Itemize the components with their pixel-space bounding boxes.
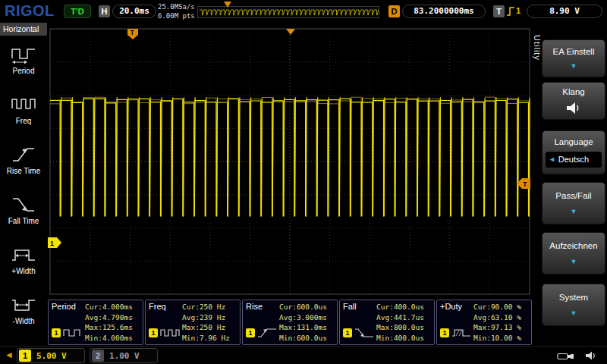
delay-position-marker-icon <box>286 29 295 35</box>
waveform-overview-strip <box>197 6 379 18</box>
delay-readout: 83.2000000ms <box>402 5 486 18</box>
rise-time-icon <box>10 144 37 165</box>
menu-item-freq[interactable]: Freq <box>0 88 47 136</box>
measurement-name: +Duty <box>440 302 462 311</box>
softkey-label: Klang <box>562 87 584 96</box>
menu-page-left-arrow-icon[interactable]: ◄ <box>5 350 14 360</box>
trigger-position-flag: T <box>127 29 138 39</box>
trigger-badge: T <box>493 5 505 17</box>
oscilloscope-screen: RIGOL T'D H 20.0ms 25.0MSa/s 6.00M pts D… <box>0 0 607 364</box>
language-selector[interactable]: ◄ Deutsch <box>546 152 602 168</box>
softkey-language[interactable]: Language ◄ Deutsch <box>542 130 605 174</box>
svg-text:T: T <box>131 29 135 36</box>
bottom-status-bar: ◄ 1 5.00 V 2 1.00 V <box>0 346 607 364</box>
measurement-min: Min:600.0us <box>279 333 335 344</box>
plus-duty-icon <box>451 327 471 339</box>
freq-icon <box>160 327 180 339</box>
measurement-max: Max:800.0us <box>376 322 432 333</box>
chevron-down-icon: ▼ <box>571 209 577 215</box>
channel-badge: 1 <box>440 328 449 337</box>
channel-1-status[interactable]: 1 5.00 V <box>17 348 85 363</box>
rigol-logo: RIGOL <box>5 2 55 20</box>
softkey-label: System <box>559 293 588 302</box>
acquisition-info: 25.0MSa/s 6.00M pts <box>158 2 195 20</box>
menu-item-label: -Width <box>0 317 47 325</box>
trigger-status-badge: T'D <box>64 5 91 18</box>
measurement-max: Max:125.6ms <box>85 322 141 333</box>
measurement-values: Cur:400.0us Avg:441.7us Max:800.0us Min:… <box>376 302 432 343</box>
plus-width-icon <box>10 244 37 265</box>
language-value: Deutsch <box>558 155 589 164</box>
measurement-period: Period 1 Cur:4.000ms Avg:4.790ms Max:125… <box>48 300 143 345</box>
softkey-klang[interactable]: Klang <box>542 82 605 120</box>
speaker-icon <box>585 350 598 361</box>
softkey-label: Language <box>554 137 593 146</box>
period-icon <box>10 44 37 65</box>
measurement-max: Max:250 Hz <box>182 322 238 333</box>
measurement-avg: Avg:3.000ms <box>279 312 335 323</box>
measurement-min: Min:4.000ms <box>85 333 141 344</box>
menu-item-minus-width[interactable]: -Width <box>0 288 47 337</box>
measurement-source: 1 <box>52 327 83 339</box>
minus-width-icon <box>10 294 37 315</box>
measurement-name: Rise <box>246 302 263 311</box>
chevron-down-icon: ▼ <box>571 63 577 70</box>
delay-badge: D <box>388 5 400 17</box>
usb-icon <box>557 352 575 361</box>
speaker-icon <box>565 102 582 115</box>
menu-item-period[interactable]: Period <box>0 38 47 86</box>
softkey-pass-fail[interactable]: Pass/Fail ▼ <box>542 182 605 224</box>
chevron-down-icon: ▼ <box>571 259 577 265</box>
measurement-values: Cur:250 Hz Avg:239 Hz Max:250 Hz Min:7.9… <box>182 302 238 343</box>
fall-time-icon <box>10 194 37 215</box>
menu-item-plus-width[interactable]: +Width <box>0 238 47 287</box>
measurement-cur: Cur:90.00 % <box>473 302 530 312</box>
measure-menu: Horizontal Period Freq Rise Time <box>0 23 47 346</box>
freq-icon <box>10 94 37 115</box>
softkey-label: Pass/Fail <box>555 191 591 200</box>
memory-depth: 6.00M pts <box>158 11 195 20</box>
chevron-left-icon: ◄ <box>549 152 555 168</box>
svg-text:1: 1 <box>50 240 54 247</box>
channel-2-status[interactable]: 2 1.00 V <box>90 348 158 363</box>
measurement-cur: Cur:400.0us <box>376 302 432 312</box>
channel-2-scale: 1.00 V <box>109 351 140 361</box>
measurement-rise: Rise 1 Cur:600.0us Avg:3.000ms Max:131.0… <box>242 300 338 345</box>
channel-badge: 1 <box>149 328 158 337</box>
measurement-fall: Fall 1 Cur:400.0us Avg:441.7us Max:800.0… <box>339 300 435 345</box>
measurement-name: Freq <box>149 302 166 311</box>
softkey-system[interactable]: System ▼ <box>542 284 605 326</box>
utility-menu: Utility EA Einstell ▼ Klang Language ◄ D… <box>533 23 607 346</box>
trigger-level-readout: 8.90 V <box>527 5 602 18</box>
channel-1-badge: 1 <box>19 350 31 362</box>
measurement-cur: Cur:4.000ms <box>85 302 141 312</box>
measurement-source: 1 <box>440 327 471 339</box>
menu-item-label: Period <box>0 67 47 75</box>
measurement-max: Max:97.13 % <box>473 322 530 333</box>
timebase-readout: 20.0ms <box>112 5 156 18</box>
svg-text:T: T <box>523 180 527 188</box>
menu-item-label: +Width <box>0 267 47 275</box>
measurement-values: Cur:90.00 % Avg:63.10 % Max:97.13 % Min:… <box>473 302 530 343</box>
channel-1-ground-marker: 1 <box>48 237 61 248</box>
softkey-ea-einstell[interactable]: EA Einstell ▼ <box>542 39 605 77</box>
overview-waveform <box>198 7 379 17</box>
measurement-name: Fall <box>343 302 357 311</box>
measurement-name: Period <box>52 302 76 311</box>
measurement-min: Min:400.0us <box>376 333 432 344</box>
menu-item-rise-time[interactable]: Rise Time <box>0 138 47 187</box>
measurement-avg: Avg:239 Hz <box>182 312 238 323</box>
top-status-bar: RIGOL T'D H 20.0ms 25.0MSa/s 6.00M pts D… <box>0 0 607 23</box>
graticule: T 1 T <box>47 23 533 299</box>
rise-time-icon <box>257 327 277 339</box>
menu-item-fall-time[interactable]: Fall Time <box>0 188 47 237</box>
measurement-panel: Period 1 Cur:4.000ms Avg:4.790ms Max:125… <box>47 299 533 346</box>
ch1-waveform <box>50 99 530 216</box>
measurement-values: Cur:600.0us Avg:3.000ms Max:131.0ms Min:… <box>279 302 335 343</box>
measurement-source: 1 <box>343 327 374 339</box>
softkey-label: EA Einstell <box>553 47 595 56</box>
measurement-values: Cur:4.000ms Avg:4.790ms Max:125.6ms Min:… <box>85 302 141 343</box>
menu-item-label: Fall Time <box>0 217 47 225</box>
softkey-aufzeichnen[interactable]: Aufzeichnen ▼ <box>542 232 605 275</box>
trigger-level-marker: T <box>517 178 530 189</box>
